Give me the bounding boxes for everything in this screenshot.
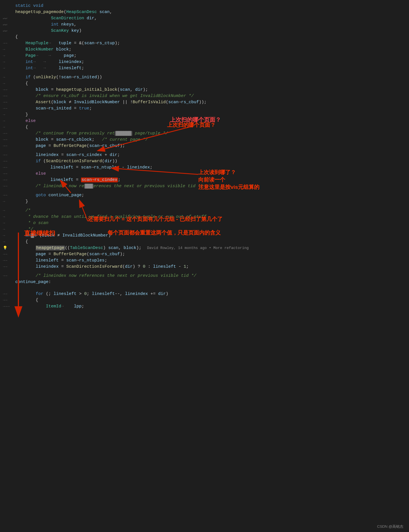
code-line: → if (unlikely(!scan→rs_inited)) (0, 74, 409, 81)
line-gutter: →→ (3, 105, 14, 112)
code-text: if (unlikely(!scan→rs_inited)) (14, 74, 409, 81)
line-gutter: → (3, 59, 14, 65)
code-line: ↵↵ ScanDirection dir, (0, 15, 409, 22)
code-text: HeapTuple→ tuple = &(scan→rs_ctup); (14, 40, 409, 47)
code-text: /* lineindex now references the next or … (14, 273, 409, 279)
code-text: { (14, 81, 409, 87)
line-gutter: →→ (3, 143, 14, 149)
code-text: if (ScanDirectionIsForward(dir)) (14, 158, 409, 164)
code-text: { (14, 124, 409, 130)
line-gutter: →→ (3, 264, 14, 270)
line-gutter: →→ (3, 152, 14, 158)
code-text: /* lineindex now re▓▓▓erences the next o… (14, 183, 409, 189)
line-gutter: → (3, 112, 14, 118)
code-text: { (14, 34, 409, 40)
code-text: * o scan (14, 220, 409, 226)
line-gutter: →→ (3, 158, 14, 164)
code-text: lineindex = scan→rs_cindex + dir; (14, 152, 409, 158)
code-line: →→ Assert(block ≠ InvalidBlockNumber || … (0, 99, 409, 105)
code-text: block = heapgettup_initial_block(scan, d… (14, 87, 409, 93)
code-line: → BlockNumber block; (0, 47, 409, 53)
line-gutter: →→ (3, 130, 14, 137)
code-line: →→ /* lineindex now references the next … (0, 273, 409, 279)
line-gutter: → (3, 74, 14, 81)
line-gutter: → (3, 118, 14, 124)
line-gutter: → (3, 124, 14, 130)
code-text: { (14, 297, 409, 303)
blank-line (0, 285, 409, 291)
line-gutter: →→ (3, 99, 14, 105)
code-text: lineindex = ScanDirectionIsForward(dir) … (14, 264, 409, 270)
code-line: → int→ → linesleft; (0, 65, 409, 71)
code-text: int nkeys, (14, 22, 409, 28)
code-line: → * dvance the scan until we find a qual… (0, 214, 409, 220)
code-text: ItemId→ lpp; (14, 303, 409, 310)
line-gutter: → (3, 53, 14, 59)
code-text: page = BufferGetPage(scan→rs_cbuf); (14, 143, 409, 149)
code-line: continue_page: (0, 279, 409, 285)
blank-line (0, 205, 409, 208)
code-text: */ (14, 226, 409, 233)
code-text: for (; linesleft > 0; linesleft--, linei… (14, 291, 409, 297)
code-container: static void heapgettup_pagemode(HeapScan… (0, 0, 409, 313)
line-gutter: →→ (3, 164, 14, 171)
code-text: Page→ → page; (14, 53, 409, 59)
code-line: → * o scan (0, 220, 409, 226)
watermark: CSDN @高铭杰 (377, 524, 403, 529)
annotation-last-page: 上次扫的哪个页面？ (170, 117, 221, 123)
line-gutter: →→ (3, 297, 14, 303)
code-line: → { (0, 124, 409, 130)
code-line: heapgettup_pagemode(HeapScanDesc scan, (0, 9, 409, 15)
code-line: → } (0, 199, 409, 205)
code-line: → /* (0, 208, 409, 214)
code-line: { (0, 34, 409, 40)
line-gutter: → (3, 214, 14, 220)
code-text: linesleft = scan→rs_cindex; (14, 177, 409, 183)
code-text: /* continue from previously ret▓▓▓▓▓▓ pa… (14, 130, 409, 137)
blank-line (0, 149, 409, 152)
code-text: Assert(block ≠ InvalidBlockNumber || !Bu… (14, 99, 409, 105)
code-text: scan→rs_inited = true; (14, 105, 409, 112)
code-line: ↵↵ int nkeys, (0, 22, 409, 28)
code-line: →→ goto continue_page; (0, 192, 409, 199)
code-line: → int→ → lineindex; (0, 59, 409, 65)
code-text: continue_page: (14, 279, 409, 285)
line-gutter: →→ (3, 251, 14, 257)
code-line: →→ linesleft = scan→rs_ntuples - lineind… (0, 164, 409, 171)
line-gutter: → (3, 220, 14, 226)
line-gutter: → (3, 239, 14, 245)
code-line: →→ for (; linesleft > 0; linesleft--, li… (0, 291, 409, 297)
code-text: * dvance the scan until we find a qualif… (14, 214, 409, 220)
code-line: → { (0, 81, 409, 87)
line-gutter: ↵↵ (3, 28, 14, 34)
line-gutter: →→→ (3, 303, 14, 310)
code-line: →→ lineindex = scan→rs_cindex + dir; (0, 152, 409, 158)
code-text: /* ensure rs_cbuf is invalid when we get… (14, 93, 409, 99)
bulb-icon: 💡 (3, 245, 7, 251)
code-text: goto continue_page; (14, 192, 409, 199)
code-line: →→ /* ensure rs_cbuf is invalid when we … (0, 93, 409, 99)
code-text: linesleft = scan→rs_ntuples; (14, 257, 409, 264)
code-line: →→ block = heapgettup_initial_block(scan… (0, 87, 409, 93)
code-text: ScanKey key) (14, 28, 409, 34)
code-text: page = BufferGetPage(scan→rs_cbuf); (14, 251, 409, 257)
line-gutter: →→ (3, 273, 14, 279)
code-text: wh▓e (block ≠ InvalidBlockNumber) (14, 233, 409, 239)
blank-line (0, 71, 409, 74)
code-line: →→ block = scan→rs_cblock; /* current pa… (0, 137, 409, 143)
code-line: → { (0, 239, 409, 245)
line-gutter: → (3, 208, 14, 214)
code-line: →→ if (ScanDirectionIsForward(dir)) (0, 158, 409, 164)
code-text: { (14, 239, 409, 245)
line-gutter: →→ (3, 291, 14, 297)
line-gutter: →→ (3, 87, 14, 93)
code-text: ScanDirection dir, (14, 15, 409, 22)
line-gutter: → (3, 81, 14, 87)
code-line: →→ else (0, 171, 409, 177)
code-line: →→ lineindex = ScanDirectionIsForward(di… (0, 264, 409, 270)
code-text: int→ → linesleft; (14, 65, 409, 71)
line-gutter: →→ (3, 192, 14, 199)
line-gutter: →→ (3, 177, 14, 183)
line-gutter: →→ (3, 40, 14, 47)
code-text: /* (14, 208, 409, 214)
